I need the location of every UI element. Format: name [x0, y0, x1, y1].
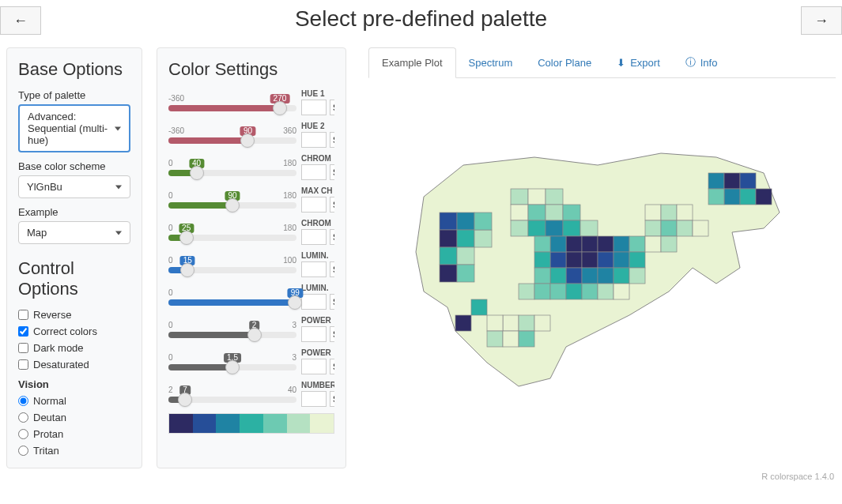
type-select[interactable]: Advanced: Sequential (multi-hue)	[18, 104, 130, 152]
slider-lumin-[interactable]	[168, 267, 296, 273]
vision-radio-protan[interactable]	[18, 429, 28, 439]
tab-spectrum[interactable]: Spectrum	[456, 47, 526, 77]
tab-label: Spectrum	[469, 57, 513, 69]
slider-set-button[interactable]: SET	[330, 229, 334, 245]
slider-input[interactable]	[301, 326, 327, 342]
svg-rect-69	[487, 315, 503, 331]
svg-rect-32	[566, 268, 582, 284]
slider-chrom[interactable]	[168, 170, 296, 176]
slider-set-button[interactable]: SET	[330, 100, 334, 115]
slider-max: 360	[283, 126, 296, 135]
slider-set-button[interactable]: SET	[330, 261, 334, 277]
scheme-select[interactable]: YlGnBu	[18, 175, 130, 198]
svg-rect-43	[519, 284, 534, 299]
slider-input[interactable]	[301, 391, 327, 407]
slider-hue-2[interactable]	[168, 137, 296, 144]
svg-rect-37	[534, 236, 550, 252]
slider-input[interactable]	[301, 229, 327, 245]
svg-rect-5	[440, 247, 457, 265]
example-select[interactable]: Map	[18, 221, 130, 244]
svg-rect-41	[629, 252, 645, 268]
svg-rect-28	[550, 252, 566, 268]
svg-rect-62	[724, 189, 740, 205]
svg-rect-53	[645, 220, 661, 236]
svg-rect-9	[474, 213, 492, 230]
svg-rect-74	[455, 315, 471, 331]
vision-radio-normal[interactable]	[18, 396, 28, 406]
slider-label: MAX CH	[301, 186, 334, 195]
svg-rect-13	[511, 205, 528, 220]
footer-version: R colorspace 1.4.0	[0, 468, 842, 484]
slider-set-button[interactable]: SET	[330, 326, 334, 342]
reverse-checkbox[interactable]	[18, 310, 28, 320]
next-button[interactable]: →	[801, 6, 842, 35]
slider-input[interactable]	[301, 100, 327, 115]
slider-label: CHROM	[301, 219, 334, 228]
download-icon: ⬇	[617, 57, 625, 69]
slider-input[interactable]	[301, 261, 327, 277]
slider-input[interactable]	[301, 359, 327, 374]
svg-rect-0	[440, 213, 457, 230]
slider-hue-1[interactable]	[168, 105, 296, 111]
slider-number[interactable]	[168, 397, 296, 403]
svg-rect-67	[519, 315, 534, 331]
vision-label: Normal	[33, 395, 66, 407]
slider-max-ch[interactable]	[168, 202, 296, 209]
vision-radio-deutan[interactable]	[18, 412, 28, 423]
dark-mode-checkbox[interactable]	[18, 343, 28, 353]
svg-rect-49	[614, 284, 629, 299]
slider-power[interactable]	[168, 364, 296, 370]
dark-label: Dark mode	[33, 342, 84, 354]
slider-set-button[interactable]: SET	[330, 359, 334, 374]
slider-input[interactable]	[301, 132, 327, 148]
svg-rect-11	[528, 189, 546, 205]
svg-rect-73	[471, 299, 487, 315]
svg-rect-23	[582, 236, 598, 252]
svg-rect-27	[598, 252, 614, 268]
tab-info[interactable]: ⓘInfo	[673, 47, 731, 77]
tab-export[interactable]: ⬇Export	[604, 47, 673, 77]
svg-rect-31	[614, 252, 629, 268]
desaturated-checkbox[interactable]	[18, 359, 28, 370]
svg-rect-46	[566, 284, 582, 299]
example-plot-area	[368, 78, 836, 457]
type-value: Advanced: Sequential (multi-hue)	[28, 111, 108, 146]
color-settings-heading: Color Settings	[168, 59, 334, 80]
svg-rect-58	[661, 236, 677, 252]
tab-color-plane[interactable]: Color Plane	[525, 47, 604, 77]
desat-label: Desaturated	[33, 359, 89, 370]
chevron-down-icon	[115, 126, 121, 130]
slider-set-button[interactable]: SET	[330, 391, 334, 407]
slider-chrom[interactable]	[168, 235, 296, 241]
slider-max: 3	[292, 353, 296, 362]
slider-label: HUE 1	[301, 89, 334, 98]
prev-button[interactable]: ←	[0, 6, 41, 35]
svg-rect-29	[550, 236, 566, 252]
slider-min: 0	[168, 191, 173, 200]
vision-radio-tritan[interactable]	[18, 446, 28, 456]
slider-set-button[interactable]: SET	[330, 132, 334, 148]
svg-rect-52	[677, 205, 693, 220]
svg-rect-18	[528, 220, 546, 236]
svg-rect-7	[440, 265, 457, 282]
scheme-label: Base color scheme	[18, 160, 130, 172]
swatch	[216, 414, 240, 433]
slider-input[interactable]	[301, 294, 327, 310]
slider-set-button[interactable]: SET	[330, 294, 334, 310]
swatch	[240, 414, 263, 433]
slider-input[interactable]	[301, 197, 327, 213]
svg-rect-38	[534, 252, 550, 268]
slider-input[interactable]	[301, 164, 327, 180]
slider-set-button[interactable]: SET	[330, 197, 334, 213]
slider-set-button[interactable]: SET	[330, 164, 334, 180]
tab-example-plot[interactable]: Example Plot	[368, 47, 456, 78]
vision-label: Tritan	[33, 445, 59, 457]
slider-power[interactable]	[168, 332, 296, 338]
svg-rect-65	[708, 189, 724, 205]
slider-lumin-[interactable]	[168, 299, 296, 306]
swatch	[169, 414, 193, 433]
tab-label: Color Plane	[538, 57, 591, 69]
example-label: Example	[18, 206, 130, 218]
vision-label: Protan	[33, 428, 63, 440]
correct-colors-checkbox[interactable]	[18, 326, 28, 337]
